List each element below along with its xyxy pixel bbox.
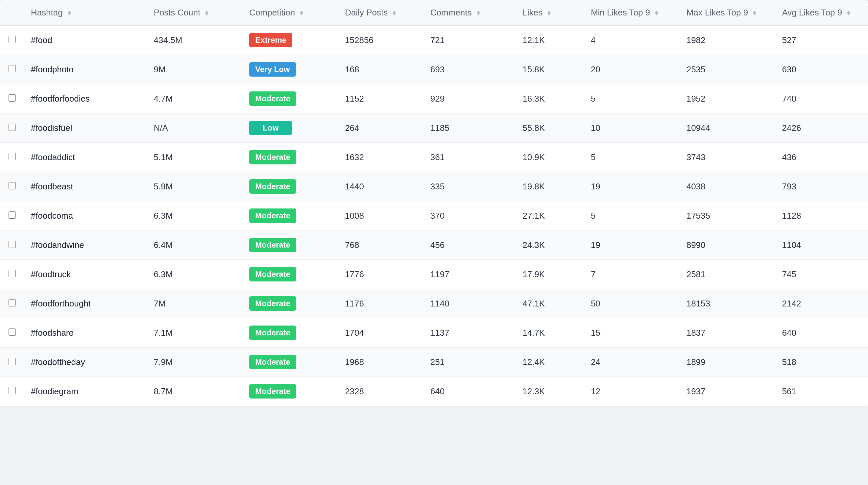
max-likes-top9-cell: 10944: [680, 114, 776, 143]
max-likes-top9-cell: 3743: [680, 143, 776, 172]
row-checkbox-cell: [0, 172, 24, 201]
daily-posts-cell: 1008: [338, 201, 424, 231]
min-likes-top9-cell: 24: [584, 347, 680, 377]
row-checkbox[interactable]: [8, 211, 16, 219]
row-checkbox[interactable]: [8, 94, 16, 101]
row-checkbox[interactable]: [8, 387, 16, 394]
row-checkbox[interactable]: [8, 270, 16, 277]
max-likes-top9-cell: 4038: [680, 172, 776, 201]
row-checkbox[interactable]: [8, 241, 16, 248]
row-checkbox-cell: [0, 377, 24, 406]
max-likes-top9-cell: 18153: [680, 289, 776, 318]
column-header-hashtag[interactable]: Hashtag: [24, 0, 147, 25]
min-likes-top9-cell: 10: [584, 114, 680, 143]
comments-cell: 1185: [424, 114, 516, 143]
row-checkbox[interactable]: [8, 329, 16, 336]
min-likes-top9-cell: 4: [584, 25, 680, 55]
posts-count-cell: 7.1M: [147, 318, 243, 347]
avg-likes-top9-cell: 793: [776, 172, 868, 201]
comments-cell: 721: [424, 25, 516, 55]
column-header-max-likes-top9[interactable]: Max Likes Top 9: [680, 0, 776, 25]
likes-cell: 55.8K: [516, 114, 584, 143]
competition-cell: Moderate: [243, 347, 338, 377]
sort-icon-competition: [300, 11, 303, 16]
table-row: #foodandwine6.4MModerate76845624.3K19899…: [0, 231, 868, 260]
table-row: #foodisfuelN/ALow264118555.8K10109442426: [0, 114, 868, 143]
likes-cell: 15.8K: [516, 55, 584, 84]
table-row: #foodphoto9MVery Low16869315.8K202535630: [0, 55, 868, 84]
avg-likes-top9-cell: 518: [776, 347, 868, 377]
daily-posts-cell: 1632: [338, 143, 424, 172]
row-checkbox[interactable]: [8, 153, 16, 160]
comments-cell: 640: [424, 377, 516, 406]
row-checkbox-cell: [0, 347, 24, 377]
comments-cell: 1137: [424, 318, 516, 347]
comments-cell: 251: [424, 347, 516, 377]
avg-likes-top9-cell: 527: [776, 25, 868, 55]
comments-cell: 456: [424, 231, 516, 260]
row-checkbox-cell: [0, 260, 24, 289]
hashtag-cell: #foodandwine: [24, 231, 147, 260]
competition-cell: Very Low: [243, 55, 338, 84]
avg-likes-top9-cell: 436: [776, 143, 868, 172]
comments-cell: 1197: [424, 260, 516, 289]
sort-icon-min-likes-top9: [655, 11, 658, 16]
competition-badge: Very Low: [249, 62, 296, 77]
row-checkbox[interactable]: [8, 182, 16, 189]
max-likes-top9-cell: 1899: [680, 347, 776, 377]
min-likes-top9-cell: 50: [584, 289, 680, 318]
column-header-avg-likes-top9[interactable]: Avg Likes Top 9: [776, 0, 868, 25]
row-checkbox[interactable]: [8, 124, 16, 131]
min-likes-top9-cell: 12: [584, 377, 680, 406]
competition-badge: Low: [249, 121, 292, 135]
posts-count-cell: 9M: [147, 55, 243, 84]
column-header-comments[interactable]: Comments: [424, 0, 516, 25]
row-checkbox-cell: [0, 318, 24, 347]
hashtag-cell: #foodforfoodies: [24, 84, 147, 114]
daily-posts-cell: 1176: [338, 289, 424, 318]
row-checkbox[interactable]: [8, 36, 16, 43]
avg-likes-top9-cell: 630: [776, 55, 868, 84]
avg-likes-top9-cell: 1104: [776, 231, 868, 260]
table-row: #foodshare7.1MModerate1704113714.7K15183…: [0, 318, 868, 347]
daily-posts-cell: 1704: [338, 318, 424, 347]
competition-badge: Moderate: [249, 209, 296, 223]
likes-cell: 12.3K: [516, 377, 584, 406]
column-header-daily-posts[interactable]: Daily Posts: [338, 0, 424, 25]
table-row: #foodtruck6.3MModerate1776119717.9K72581…: [0, 260, 868, 289]
table-row: #foodforfoodies4.7MModerate115292916.3K5…: [0, 84, 868, 114]
row-checkbox[interactable]: [8, 358, 16, 365]
competition-badge: Moderate: [249, 150, 296, 164]
column-header-competition[interactable]: Competition: [243, 0, 338, 25]
table-row: #foodforthought7MModerate1176114047.1K50…: [0, 289, 868, 318]
table-row: #foodcoma6.3MModerate100837027.1K5175351…: [0, 201, 868, 231]
row-checkbox-cell: [0, 143, 24, 172]
min-likes-top9-cell: 15: [584, 318, 680, 347]
comments-cell: 335: [424, 172, 516, 201]
min-likes-top9-cell: 5: [584, 84, 680, 114]
competition-badge: Moderate: [249, 384, 296, 398]
row-checkbox-cell: [0, 114, 24, 143]
max-likes-top9-cell: 8990: [680, 231, 776, 260]
table-row: #foodbeast5.9MModerate144033519.8K194038…: [0, 172, 868, 201]
row-checkbox[interactable]: [8, 299, 16, 306]
column-header-posts-count[interactable]: Posts Count: [147, 0, 243, 25]
row-checkbox-cell: [0, 289, 24, 318]
table-row: #foodoftheday7.9MModerate196825112.4K241…: [0, 347, 868, 377]
hashtag-cell: #food: [24, 25, 147, 55]
avg-likes-top9-cell: 640: [776, 318, 868, 347]
avg-likes-top9-cell: 740: [776, 84, 868, 114]
hashtag-table: Hashtag Posts Count Competition: [0, 0, 868, 406]
competition-badge: Moderate: [249, 296, 296, 311]
row-checkbox[interactable]: [8, 65, 16, 72]
hashtag-cell: #foodisfuel: [24, 114, 147, 143]
max-likes-top9-cell: 1837: [680, 318, 776, 347]
posts-count-cell: N/A: [147, 114, 243, 143]
sort-icon-hashtag: [68, 11, 71, 16]
likes-cell: 14.7K: [516, 318, 584, 347]
column-header-likes[interactable]: Likes: [516, 0, 584, 25]
posts-count-cell: 5.9M: [147, 172, 243, 201]
sort-icon-posts-count: [205, 11, 209, 16]
column-header-min-likes-top9[interactable]: Min Likes Top 9: [584, 0, 680, 25]
posts-count-cell: 7M: [147, 289, 243, 318]
